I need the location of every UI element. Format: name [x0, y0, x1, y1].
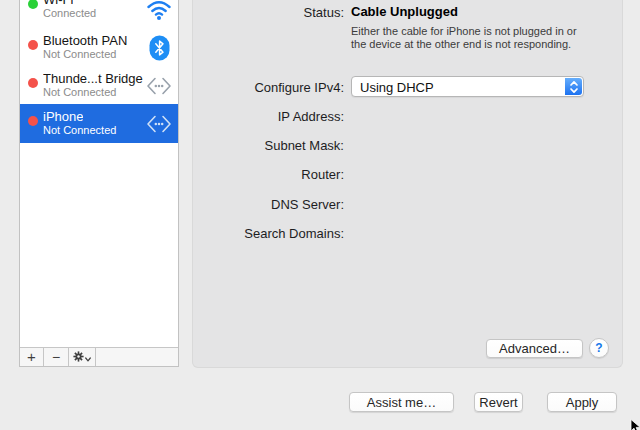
status-description: Either the cable for iPhone is not plugg…	[351, 25, 591, 50]
assist-me-button[interactable]: Assist me…	[349, 392, 454, 412]
status-dot-disconnected	[28, 116, 38, 126]
sidebar-item-bluetooth-pan[interactable]: Bluetooth PAN Not Connected	[20, 28, 178, 67]
wifi-icon	[145, 0, 173, 23]
services-list-toolbar: + −	[20, 347, 178, 366]
gear-icon	[73, 348, 84, 366]
service-settings-panel: Status: Cable Unplugged Either the cable…	[192, 0, 623, 368]
ip-address-label: IP Address:	[193, 109, 344, 124]
sidebar-item-iphone[interactable]: iPhone Not Connected	[20, 104, 178, 143]
network-services-list: Wi-Fi Connected Bluetooth PAN Not Connec…	[19, 0, 179, 367]
chevron-down-icon	[85, 348, 91, 366]
minus-icon: −	[52, 349, 60, 365]
status-dot-connected	[28, 0, 38, 9]
advanced-button[interactable]: Advanced…	[486, 339, 583, 358]
service-action-menu-button[interactable]	[69, 348, 96, 366]
status-label: Status:	[193, 5, 344, 20]
subnet-mask-label: Subnet Mask:	[193, 138, 344, 153]
plus-icon: +	[27, 348, 36, 365]
service-name: Bluetooth PAN	[43, 33, 127, 48]
sidebar-item-wifi[interactable]: Wi-Fi Connected	[20, 0, 178, 26]
service-status: Not Connected	[43, 86, 116, 98]
sidebar-item-thunderbolt-bridge[interactable]: Thunde...t Bridge Not Connected	[20, 66, 178, 105]
service-status: Connected	[43, 7, 96, 19]
router-label: Router:	[193, 167, 344, 182]
ethernet-bridge-icon	[145, 73, 173, 99]
service-status: Not Connected	[43, 48, 116, 60]
configure-ipv4-label: Configure IPv4:	[193, 80, 344, 95]
status-dot-disconnected	[28, 40, 38, 50]
popup-selected-value: Using DHCP	[360, 80, 434, 95]
bluetooth-icon	[145, 35, 173, 61]
status-dot-disconnected	[28, 78, 38, 88]
popup-stepper-icon	[565, 78, 582, 95]
configure-ipv4-popup[interactable]: Using DHCP	[351, 76, 584, 97]
service-name: Wi-Fi	[43, 0, 73, 7]
revert-button[interactable]: Revert	[474, 392, 523, 412]
mouse-cursor	[630, 419, 640, 430]
network-preferences-window: Wi-Fi Connected Bluetooth PAN Not Connec…	[0, 0, 640, 430]
toolbar-filler	[96, 348, 178, 366]
service-status: Not Connected	[43, 124, 116, 136]
ethernet-bridge-icon	[145, 111, 173, 137]
service-name: Thunde...t Bridge	[43, 71, 143, 86]
service-name: iPhone	[43, 109, 83, 124]
help-button[interactable]: ?	[589, 338, 609, 358]
add-service-button[interactable]: +	[20, 348, 44, 366]
search-domains-label: Search Domains:	[193, 226, 344, 241]
apply-button[interactable]: Apply	[547, 392, 617, 412]
status-value: Cable Unplugged	[351, 4, 458, 19]
remove-service-button[interactable]: −	[44, 348, 69, 366]
dns-server-label: DNS Server:	[193, 197, 344, 212]
